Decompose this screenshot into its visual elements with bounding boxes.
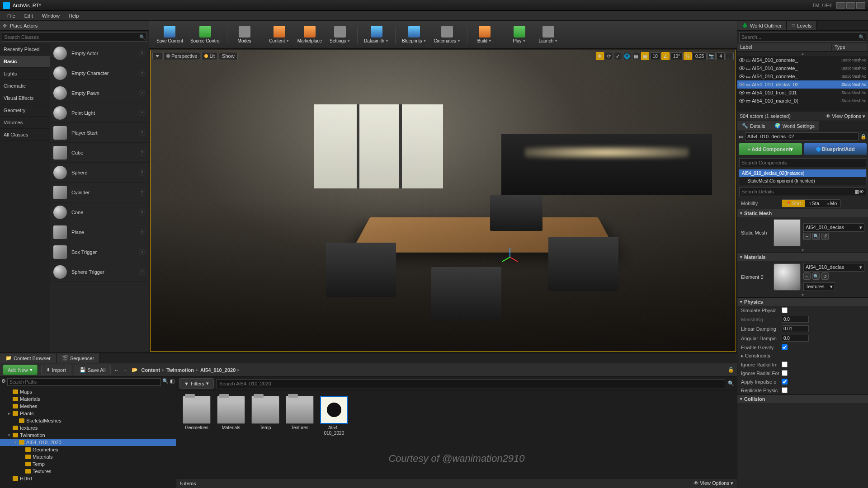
place-item[interactable]: Sphere Trigger? bbox=[50, 262, 149, 282]
expand-icon[interactable]: ▾ bbox=[8, 433, 13, 437]
transform-gizmo-icon[interactable] bbox=[501, 249, 519, 267]
asset-item[interactable]: Materials bbox=[216, 396, 246, 436]
search-components[interactable] bbox=[739, 158, 866, 167]
place-item[interactable]: Cone? bbox=[50, 202, 149, 222]
angle-snap-value[interactable]: 10° bbox=[670, 52, 683, 60]
outliner-col-label[interactable]: Label bbox=[737, 43, 832, 51]
menu-help[interactable]: Help bbox=[64, 12, 84, 20]
viewport-options-button[interactable] bbox=[152, 52, 162, 60]
info-icon[interactable]: ? bbox=[139, 150, 145, 156]
toolbar-marketplace-button[interactable]: Marketplace bbox=[295, 23, 325, 47]
content-browser-tab[interactable]: 📁Content Browser bbox=[0, 353, 57, 363]
mobility-static[interactable]: 📍Stat bbox=[782, 200, 805, 207]
tree-item[interactable]: HDRI bbox=[0, 475, 176, 482]
maximize-viewport-icon[interactable]: ⛶ bbox=[726, 52, 734, 60]
place-item[interactable]: Point Light? bbox=[50, 103, 149, 123]
static-mesh-thumb[interactable] bbox=[774, 219, 801, 246]
angle-snap-icon[interactable]: ∠ bbox=[661, 52, 670, 60]
reset-icon[interactable]: ↺ bbox=[821, 272, 829, 280]
place-item[interactable]: Box Trigger? bbox=[50, 242, 149, 262]
visibility-icon[interactable] bbox=[739, 66, 745, 70]
ignore-radial-force-checkbox[interactable] bbox=[782, 370, 788, 376]
place-item[interactable]: Player Start? bbox=[50, 123, 149, 143]
tree-item[interactable]: ▾AI54_010_2020 bbox=[0, 439, 176, 446]
browse-icon[interactable]: 🔍 bbox=[812, 272, 820, 280]
add-new-button[interactable]: Add New ▾ bbox=[3, 365, 38, 375]
nav-forward-icon[interactable]: → bbox=[123, 367, 128, 373]
info-icon[interactable]: ? bbox=[139, 209, 145, 216]
replicate-physics-checkbox[interactable] bbox=[782, 387, 788, 393]
static-mesh-dropdown[interactable]: AI54_010_declas▾ bbox=[803, 223, 864, 232]
tree-item[interactable]: textures bbox=[0, 424, 176, 432]
collapse-tree-icon[interactable]: ◧ bbox=[170, 378, 175, 386]
info-icon[interactable]: ? bbox=[139, 269, 145, 275]
use-selected-icon[interactable]: ← bbox=[803, 272, 811, 280]
info-icon[interactable]: ? bbox=[139, 169, 145, 176]
place-category[interactable]: Lights bbox=[0, 68, 50, 80]
tree-item[interactable]: Materials bbox=[0, 453, 176, 460]
tree-item[interactable]: SkeletalMeshes bbox=[0, 417, 176, 424]
material-dropdown[interactable]: AI54_010_declas▾ bbox=[803, 263, 864, 272]
toolbar-settings-button[interactable]: Settings▼ bbox=[326, 23, 354, 47]
tree-item[interactable]: Geometries bbox=[0, 446, 176, 453]
place-item[interactable]: Sphere? bbox=[50, 163, 149, 183]
tree-item[interactable]: Meshes bbox=[0, 403, 176, 410]
outliner-row[interactable]: ▭AI54_010_concrete_StaticMeshAc bbox=[737, 72, 868, 80]
info-icon[interactable]: ? bbox=[139, 50, 145, 56]
simulate-physics-checkbox[interactable] bbox=[782, 307, 788, 313]
info-icon[interactable]: ? bbox=[139, 70, 145, 76]
tree-item[interactable]: Textures bbox=[0, 468, 176, 475]
breadcrumb-item[interactable]: Content bbox=[142, 367, 160, 373]
add-component-button[interactable]: + Add Component ▾ bbox=[739, 143, 802, 155]
place-item[interactable]: Empty Character? bbox=[50, 63, 149, 83]
viewport-lit-button[interactable]: Lit bbox=[201, 52, 218, 60]
asset-item[interactable]: Geometries bbox=[182, 396, 212, 436]
place-search[interactable]: 🔍 bbox=[2, 33, 147, 42]
section-collision[interactable]: Collision bbox=[737, 395, 868, 403]
asset-search-input[interactable] bbox=[217, 379, 725, 388]
lock-browser-icon[interactable]: 🔓 bbox=[728, 367, 734, 373]
camera-speed-value[interactable]: 4 bbox=[717, 52, 725, 60]
outliner-search[interactable]: 🔍 bbox=[739, 33, 866, 42]
object-name-field[interactable] bbox=[745, 132, 859, 141]
info-icon[interactable]: ? bbox=[139, 110, 145, 116]
tree-item[interactable]: ▸Plants bbox=[0, 410, 176, 417]
grid-snap-icon[interactable]: ▦ bbox=[641, 52, 649, 60]
toolbar-source-control-button[interactable]: Source Control bbox=[188, 23, 223, 47]
place-item[interactable]: Plane? bbox=[50, 222, 149, 242]
mass-field[interactable] bbox=[782, 316, 809, 323]
viewport-perspective-button[interactable]: Perspective bbox=[163, 52, 200, 60]
info-icon[interactable]: ? bbox=[139, 130, 145, 136]
toolbar-cinematics-button[interactable]: Cinematics▼ bbox=[431, 23, 463, 47]
maximize-button[interactable] bbox=[846, 2, 855, 9]
linear-damping-field[interactable] bbox=[782, 325, 809, 332]
visibility-icon[interactable] bbox=[739, 91, 745, 94]
search-details[interactable]: ▦ 👁 bbox=[739, 187, 866, 196]
details-tab[interactable]: 🔧Details bbox=[737, 121, 770, 131]
visibility-icon[interactable] bbox=[739, 75, 745, 78]
reset-icon[interactable]: ↺ bbox=[821, 233, 829, 240]
scale-snap-icon[interactable]: % bbox=[684, 52, 692, 60]
viewport-show-button[interactable]: Show bbox=[219, 52, 238, 60]
place-category[interactable]: All Classes bbox=[0, 129, 50, 141]
tree-item[interactable]: Maps bbox=[0, 388, 176, 395]
eye-icon[interactable]: 👁 bbox=[859, 189, 864, 194]
outliner-row[interactable]: ▭AI54_010_concrete_StaticMeshAc bbox=[737, 64, 868, 72]
property-matrix-icon[interactable]: ▦ bbox=[854, 189, 859, 195]
scale-snap-value[interactable]: 0.25 bbox=[693, 52, 707, 60]
translate-mode-icon[interactable]: ✥ bbox=[596, 52, 604, 60]
breadcrumb-item[interactable]: AI54_010_2020 bbox=[200, 367, 236, 373]
outliner-row[interactable]: ▭AI54_010_marble_0(StaticMeshAc bbox=[737, 97, 868, 105]
visibility-icon[interactable] bbox=[739, 58, 745, 62]
save-all-button[interactable]: 💾 Save All bbox=[75, 365, 111, 375]
toolbar-play-button[interactable]: Play▼ bbox=[506, 23, 533, 47]
viewport[interactable]: Perspective Lit Show ✥ ⟳ ⤢ 🌐 ▦ ▦ 10 ∠ 10… bbox=[150, 50, 736, 352]
menu-file[interactable]: File bbox=[3, 12, 20, 20]
visibility-icon[interactable] bbox=[739, 83, 745, 86]
mobility-toggle[interactable]: 📍Stat ⎍Sta ⟐Mo bbox=[782, 199, 841, 207]
section-static-mesh[interactable]: Static Mesh bbox=[737, 209, 868, 217]
toolbar-save-current-button[interactable]: Save Current bbox=[154, 23, 186, 47]
apply-impulse-checkbox[interactable] bbox=[782, 379, 788, 385]
grid-snap-value[interactable]: 10 bbox=[650, 52, 660, 60]
visibility-icon[interactable] bbox=[739, 99, 745, 103]
